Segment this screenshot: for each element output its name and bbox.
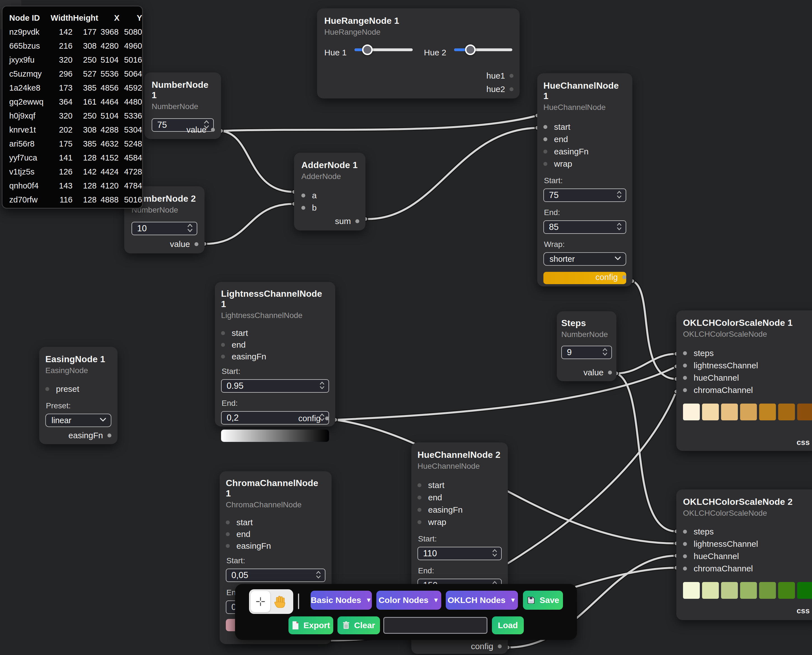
stepper-arrows-icon[interactable] <box>617 190 622 200</box>
stepper-arrows-icon[interactable] <box>316 570 321 580</box>
load-button[interactable]: Load <box>492 617 524 634</box>
save-button[interactable]: Save <box>523 591 563 610</box>
output-value-port[interactable] <box>194 242 199 246</box>
preset-select[interactable]: linear <box>45 414 111 427</box>
output-easingfn-port[interactable] <box>108 434 111 437</box>
table-row: jxyx9fu32025051045016 <box>9 53 142 67</box>
input-easingfn-port[interactable] <box>226 544 230 548</box>
input-a-port[interactable] <box>301 194 305 197</box>
output-config-label: config <box>595 272 618 282</box>
input-easingfn-label: easingFn <box>554 147 589 156</box>
node-title: OKLCHColorScaleNode 1 <box>683 318 812 328</box>
node-steps[interactable]: Steps NumberNode 9 value <box>557 311 616 381</box>
hue1-slider[interactable] <box>354 48 413 51</box>
input-start-port[interactable] <box>418 483 421 487</box>
stepper-arrows-icon[interactable] <box>492 549 497 558</box>
node-oklch-scale-1[interactable]: OKLCHColorScaleNode 1 OKLCHColorScaleNod… <box>676 311 812 451</box>
input-chroma-port[interactable] <box>683 567 687 570</box>
input-wrap-label: wrap <box>554 159 572 169</box>
start-input[interactable]: 0,05 <box>226 569 325 582</box>
load-filename-input[interactable] <box>383 617 487 634</box>
input-easingfn-port[interactable] <box>543 150 547 154</box>
input-steps-port[interactable] <box>683 351 687 355</box>
start-value: 75 <box>544 190 558 200</box>
node-adder-1[interactable]: AdderNode 1 AdderNode a b sum <box>294 153 365 231</box>
input-start-port[interactable] <box>543 125 547 129</box>
cursor-mode-toggle[interactable] <box>249 589 293 614</box>
output-hue1-port[interactable] <box>510 74 513 78</box>
clear-button[interactable]: Clear <box>337 617 380 634</box>
output-value-port[interactable] <box>211 128 215 132</box>
output-css-label: css <box>797 606 810 615</box>
node-number-1[interactable]: NumberNode 1 NumberNode 75 value <box>144 72 221 139</box>
input-hue-port[interactable] <box>683 376 687 380</box>
input-wrap-port[interactable] <box>418 520 421 524</box>
end-input[interactable]: 85 <box>543 220 626 234</box>
output-value-label: value <box>583 368 604 377</box>
input-b-port[interactable] <box>301 206 305 210</box>
pan-mode-button[interactable] <box>270 591 290 612</box>
input-easingfn-label: easingFn <box>428 505 462 515</box>
input-end-port[interactable] <box>221 343 225 347</box>
input-wrap-label: wrap <box>428 517 446 527</box>
input-end-port[interactable] <box>418 495 421 500</box>
input-lightness-port[interactable] <box>683 542 687 546</box>
oklch-nodes-label: OKLCH Nodes <box>448 595 505 605</box>
output-config-port[interactable] <box>498 644 502 648</box>
input-hue-port[interactable] <box>683 554 687 558</box>
output-sum-port[interactable] <box>355 219 359 223</box>
hue2-slider-knob[interactable] <box>465 45 476 55</box>
table-row: knrve1t20230842885304 <box>9 123 142 137</box>
swatch <box>740 582 757 599</box>
load-label: Load <box>498 621 518 630</box>
basic-nodes-menu-button[interactable]: Basic Nodes ▼ <box>311 591 372 610</box>
output-config-port[interactable] <box>622 275 626 279</box>
node-easing-1[interactable]: EasingNode 1 EasingNode preset Preset: l… <box>39 347 117 444</box>
input-easingfn-label: easingFn <box>236 541 271 551</box>
color-nodes-menu-button[interactable]: Color Nodes ▼ <box>376 591 441 610</box>
toolbar-divider <box>298 593 299 609</box>
hue1-slider-knob[interactable] <box>362 45 373 55</box>
input-chroma-port[interactable] <box>683 388 687 392</box>
oklch-nodes-menu-button[interactable]: OKLCH Nodes ▼ <box>446 591 518 610</box>
number-value-input[interactable]: 10 <box>131 222 197 235</box>
export-button[interactable]: Export <box>288 617 333 634</box>
chevron-down-icon <box>100 418 106 423</box>
input-wrap-port[interactable] <box>543 162 547 166</box>
document-icon <box>291 621 299 630</box>
select-mode-button[interactable] <box>251 591 270 612</box>
dropdown-arrow-icon: ▼ <box>433 597 439 604</box>
start-input[interactable]: 0.95 <box>221 379 329 393</box>
node-lightness-channel-1[interactable]: LightnessChannelNode 1 LightnessChannelN… <box>215 282 335 426</box>
stepper-arrows-icon[interactable] <box>602 347 607 357</box>
output-hue2-port[interactable] <box>510 87 513 91</box>
input-steps-port[interactable] <box>683 530 687 534</box>
node-oklch-scale-2[interactable]: OKLCHColorScaleNode 2 OKLCHColorScaleNod… <box>676 489 812 620</box>
input-easingfn-port[interactable] <box>221 355 225 358</box>
number-value-input[interactable]: 9 <box>561 346 612 359</box>
input-preset-port[interactable] <box>45 387 49 391</box>
wrap-select[interactable]: shorter <box>543 252 626 266</box>
output-value-port[interactable] <box>608 371 612 375</box>
input-start-port[interactable] <box>226 520 230 524</box>
input-start-label: start <box>428 480 444 490</box>
node-hue-range-1[interactable]: HueRangeNode 1 HueRangeNode Hue 1 Hue 2 … <box>317 8 519 98</box>
swatch <box>721 404 738 420</box>
input-start-label: start <box>554 122 570 132</box>
node-hue-channel-1[interactable]: HueChannelNode 1 HueChannelNode start en… <box>537 73 632 286</box>
input-end-port[interactable] <box>543 137 547 141</box>
input-easingfn-port[interactable] <box>418 508 421 512</box>
stepper-arrows-icon[interactable] <box>617 222 622 232</box>
output-config-port[interactable] <box>325 417 329 420</box>
stepper-arrows-icon[interactable] <box>187 223 193 234</box>
input-end-port[interactable] <box>226 532 230 536</box>
node-type: HueChannelNode <box>418 462 502 471</box>
stepper-arrows-icon[interactable] <box>319 381 325 391</box>
input-start-port[interactable] <box>221 331 225 335</box>
input-lightness-port[interactable] <box>683 364 687 367</box>
swatch <box>778 582 795 599</box>
start-field-label: Start: <box>222 367 329 376</box>
start-input[interactable]: 75 <box>543 189 626 202</box>
hue2-slider[interactable] <box>454 48 512 51</box>
start-input[interactable]: 110 <box>418 547 502 560</box>
